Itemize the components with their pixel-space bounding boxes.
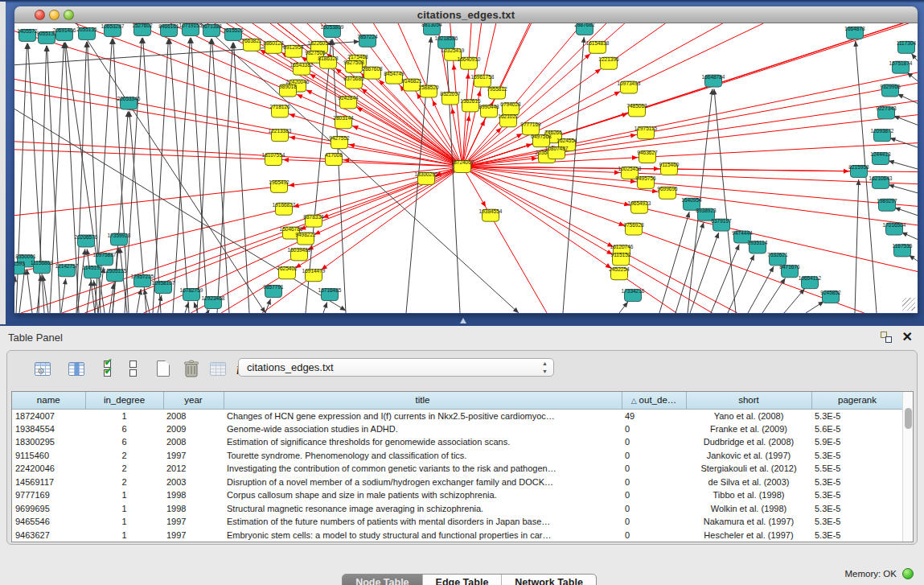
network-canvas[interactable]: 1872400718300295193845547663822886012889… [14,23,918,313]
graph-node[interactable]: 12923468 [202,295,225,308]
cell-name[interactable]: 19384554 [12,422,85,436]
table-scrollbar[interactable] [902,392,913,542]
table-row[interactable]: 1872400712008Changes of HCN gene express… [12,409,903,422]
table-options-button[interactable]: ⚙ [31,357,54,380]
cell-in_degree[interactable]: 1 [85,488,163,502]
cell-pagerank[interactable]: 5.3E-5 [811,502,903,516]
graph-node[interactable]: 15716485 [318,287,342,300]
graph-node[interactable]: 8990448 [478,104,499,117]
graph-node[interactable]: 2718126 [269,104,290,117]
graph-node[interactable]: 17957225 [131,274,154,286]
graph-node[interactable]: 16053809 [321,24,344,37]
float-panel-icon[interactable] [881,332,892,343]
graph-node[interactable]: 16640910 [458,56,481,69]
cell-year[interactable]: 2009 [163,422,224,436]
graph-node[interactable]: 10973493 [618,80,641,93]
table-row[interactable]: 946554611997Estimation of the future num… [12,515,903,529]
graph-node[interactable]: 9756928 [623,222,644,235]
cell-name[interactable]: 22420046 [12,462,85,476]
select-all-button[interactable]: ✔✔ [96,357,118,380]
deselect-all-button[interactable] [121,357,144,380]
cell-name[interactable]: 18300295 [12,435,85,449]
cell-in_degree[interactable]: 2 [85,462,163,476]
graph-node[interactable]: 1588520 [418,84,439,97]
graph-node[interactable]: 9495756 [635,175,656,188]
cell-name[interactable]: 14569117 [12,476,85,489]
graph-node[interactable]: 18724007 [451,159,474,172]
graph-node[interactable]: 8912954 [283,44,304,57]
graph-node[interactable]: 7625402 [277,266,298,278]
graph-node[interactable]: 2867608 [362,66,383,79]
graph-node[interactable]: 1664878 [844,26,865,39]
graph-node[interactable]: 12975115 [634,126,658,138]
graph-node[interactable]: 2887682 [574,23,595,35]
graph-node[interactable]: 16782759 [180,287,203,300]
graph-node[interactable]: 1117304 [897,40,917,53]
graph-node[interactable]: 16210643 [869,175,893,188]
cell-title[interactable]: Estimation of significance thresholds fo… [224,435,622,449]
graph-node[interactable]: 391593 [14,261,25,274]
cell-short[interactable]: de Silva et al. (2003) [686,476,811,489]
resize-grip-icon[interactable] [902,298,915,311]
graph-node[interactable]: 1965492 [269,179,290,192]
graph-node[interactable]: 1989297 [877,198,897,211]
cell-title[interactable]: Disruption of a novel member of a sodium… [224,476,622,489]
cell-out[interactable]: 0 [622,449,686,463]
cell-year[interactable]: 1997 [163,529,224,542]
graph-node[interactable]: 16154838 [586,40,610,53]
table-row[interactable]: 1456911722003Disruption of a novel membe… [12,476,903,489]
graph-node[interactable]: 7485063 [626,103,647,116]
graph-node[interactable]: 8860128 [263,40,284,53]
cell-pagerank[interactable]: 5.6E-5 [811,422,903,436]
cell-year[interactable]: 2003 [163,476,224,489]
cell-short[interactable]: Tibbo et al. (1998) [686,488,811,502]
graph-node[interactable]: 9827508 [343,60,364,72]
cell-name[interactable]: 18724007 [12,409,85,422]
graph-node[interactable]: 1362615 [460,98,481,111]
cell-short[interactable]: Hescheler et al. (1997) [686,529,811,542]
cell-pagerank[interactable]: 5.3E-5 [811,409,903,422]
cell-name[interactable]: 9463627 [12,529,85,542]
graph-node[interactable]: 2935114 [748,240,768,253]
graph-node[interactable]: 16039489 [288,247,311,260]
cell-out[interactable]: 0 [622,462,686,476]
graph-node[interactable]: 16543382 [290,62,314,75]
graph-node[interactable]: 12093872 [871,128,894,141]
graph-node[interactable]: 8466161 [158,23,179,36]
citation-network-graph[interactable]: 1872400718300295193845547663822886012889… [14,23,918,313]
cell-short[interactable]: Nakamura et al. (1997) [686,515,811,529]
cell-title[interactable]: Corpus callosum shape and size in male p… [224,488,622,502]
memory-status-icon[interactable] [902,568,914,579]
delete-table-button[interactable] [207,357,229,380]
column-header-out[interactable]: △out_de… [622,392,686,409]
cell-year[interactable]: 1997 [163,449,224,463]
cell-year[interactable]: 2008 [163,435,224,449]
table-row[interactable]: 2242004622012Investigating the contribut… [12,462,903,476]
graph-node[interactable]: 8878334 [303,214,324,227]
cell-in_degree[interactable]: 1 [85,515,163,529]
cell-in_degree[interactable]: 1 [85,502,163,516]
table-row[interactable]: 946362711997Embryonic stem cells: a mode… [12,529,903,542]
table-row[interactable]: 969969511998Structural magnetic resonanc… [12,502,903,516]
graph-node[interactable]: 10807487 [545,146,569,159]
column-header-in_degree[interactable]: in_degree [85,392,163,409]
graph-node[interactable]: 18300295 [415,171,438,184]
graph-node[interactable]: 1244413 [870,151,891,164]
cell-in_degree[interactable]: 6 [85,422,163,436]
graph-node[interactable]: 9671388 [201,23,222,36]
graph-node[interactable]: 19166827 [273,202,296,215]
cell-year[interactable]: 2012 [163,462,224,476]
cell-title[interactable]: Tourette syndrome. Phenomenology and cla… [224,449,622,463]
cell-name[interactable]: 9115460 [12,449,85,463]
network-window-titlebar[interactable]: citations_edges.txt [14,6,918,23]
graph-node[interactable]: 10654112 [799,275,822,288]
show-columns-button[interactable] [65,357,88,380]
cell-short[interactable]: Jankovic et al. (1997) [686,449,811,463]
graph-node[interactable]: 10958107 [152,280,175,293]
graph-node[interactable]: 9463627 [637,150,658,163]
graph-node[interactable]: 10719155 [179,23,203,35]
table-row[interactable]: 1830029562008Estimation of significance … [12,435,903,449]
table-row[interactable]: 977716911998Corpus callosum shape and si… [12,488,903,502]
cell-year[interactable]: 1998 [163,502,224,516]
graph-node[interactable]: 9115152 [611,252,631,265]
